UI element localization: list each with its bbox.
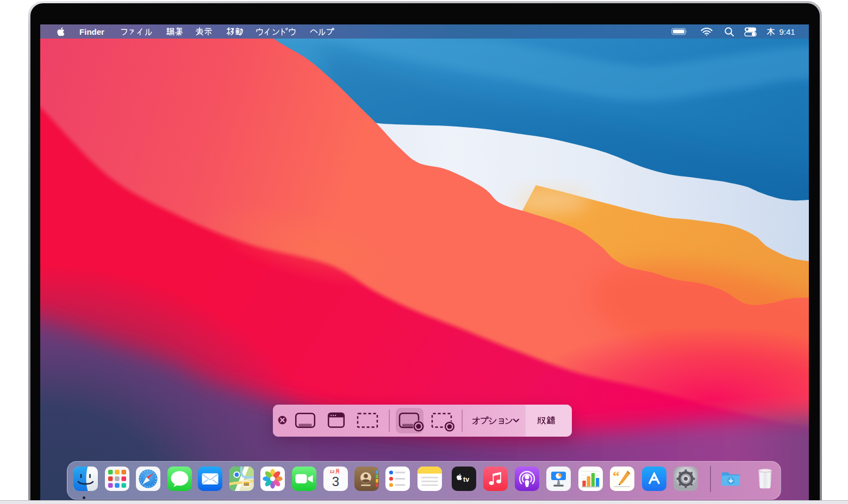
svg-text:12: 12 — [330, 469, 335, 474]
svg-text:3: 3 — [332, 474, 339, 489]
svg-text:“: “ — [613, 468, 620, 484]
svg-text:tv: tv — [463, 476, 469, 483]
svg-text:280: 280 — [244, 483, 250, 486]
